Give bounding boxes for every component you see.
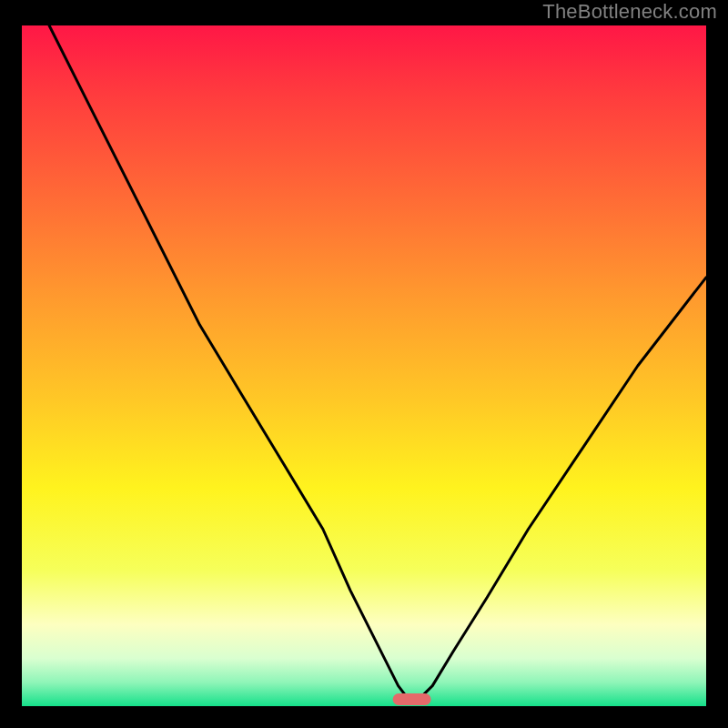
chart-svg bbox=[22, 25, 706, 706]
chart-frame: TheBottleneck.com bbox=[0, 0, 728, 728]
optimum-marker bbox=[393, 693, 431, 705]
gradient-background bbox=[22, 25, 706, 706]
plot-area bbox=[22, 25, 706, 706]
watermark-text: TheBottleneck.com bbox=[542, 0, 717, 24]
